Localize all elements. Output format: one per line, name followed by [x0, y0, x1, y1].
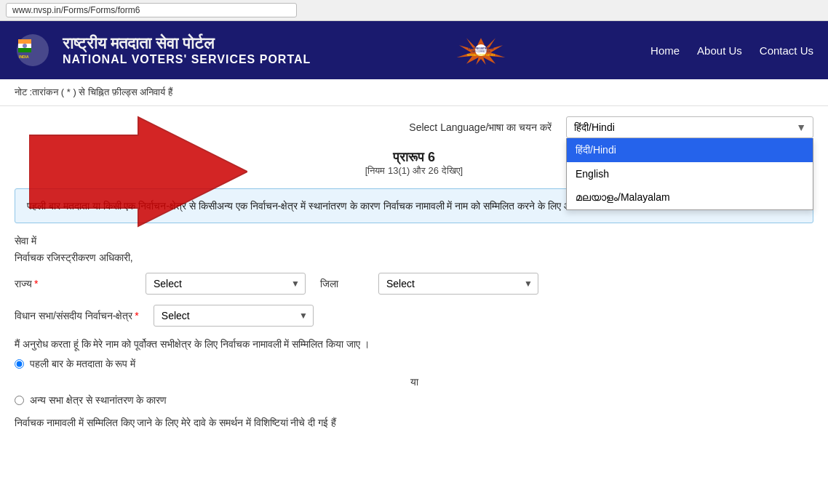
header: INDIA राष्ट्रीय मतदाता सेवा पोर्टल NATIO… [0, 21, 828, 79]
radio-option-firsttime[interactable]: पहली बार के मतदाता के रूप में [15, 358, 813, 370]
nvd-badge: EASY REGISTRATION EASY CORRECTION NATION… [452, 32, 510, 68]
nvd-graphic: EASY REGISTRATION EASY CORRECTION NATION… [452, 32, 510, 68]
request-text: मैं अनुरोध करता हूं कि मेरे नाम को पूर्व… [15, 337, 813, 352]
header-title-hindi: राष्ट्रीय मतदाता सेवा पोर्टल [63, 34, 311, 53]
district-select[interactable]: Select [378, 273, 538, 295]
language-row: Select Language/भाषा का चयन करें हिंदी/H… [15, 106, 813, 143]
note-text: नोट :तारांकन ( * ) से चिह्नित फ़ील्ड्स अ… [15, 87, 172, 97]
nirvachak-label: निर्वाचक रजिस्ट्रीकरण अधिकारी, [15, 252, 813, 264]
district-label: जिला [320, 278, 364, 290]
radio-section: मैं अनुरोध करता हूं कि मेरे नाम को पूर्व… [15, 337, 813, 407]
state-required-star: * [34, 278, 38, 289]
language-select-wrapper[interactable]: हिंदी/Hindi English മലയാളം/Malayalam ▼ ह… [566, 116, 813, 138]
state-label: राज्य* [15, 278, 131, 290]
svg-rect-1 [18, 39, 31, 44]
language-label: Select Language/भाषा का चयन करें [409, 121, 552, 134]
district-select-wrapper[interactable]: Select ▼ [378, 273, 538, 295]
constituency-row: विधान सभा/संसदीय निर्वाचन-क्षेत्र* Selec… [15, 305, 813, 327]
constituency-required-star: * [135, 310, 138, 321]
main-content: Select Language/भाषा का चयन करें हिंदी/H… [0, 106, 828, 444]
note-bar: नोट :तारांकन ( * ) से चिह्नित फ़ील्ड्स अ… [0, 79, 828, 106]
svg-point-4 [23, 44, 27, 48]
state-district-row: राज्य* Select ▼ जिला Select ▼ [15, 273, 813, 295]
lang-option-hindi[interactable]: हिंदी/Hindi [567, 138, 813, 162]
radio-transfer-label: अन्य सभा क्षेत्र से स्थानांतरण के कारण [30, 394, 167, 407]
header-nav: Home About Us Contact Us [650, 44, 813, 57]
svg-text:EASY CORRECTION: EASY CORRECTION [471, 50, 490, 53]
nav-home[interactable]: Home [650, 44, 680, 57]
state-select[interactable]: Select [146, 273, 306, 295]
language-dropdown-open: हिंदी/Hindi English മലയാളം/Malayalam [566, 138, 813, 210]
radio-firsttime-label: पहली बार के मतदाता के रूप में [30, 358, 135, 370]
lang-option-english[interactable]: English [567, 162, 813, 185]
svg-text:INDIA: INDIA [19, 55, 29, 59]
header-title: राष्ट्रीय मतदाता सेवा पोर्टल NATIONAL VO… [63, 34, 311, 66]
constituency-select[interactable]: Select [154, 305, 314, 327]
ya-text: या [15, 376, 813, 388]
state-select-wrapper[interactable]: Select ▼ [146, 273, 306, 295]
radio-option-transfer[interactable]: अन्य सभा क्षेत्र से स्थानांतरण के कारण [15, 394, 813, 407]
header-title-english: NATIONAL VOTERS' SERVICES PORTAL [63, 53, 311, 66]
footer-note: निर्वाचक नामावली में सम्मिलित किए जाने क… [15, 417, 813, 429]
browser-bar: www.nvsp.in/Forms/Forms/form6 [0, 0, 828, 21]
seva-mein: सेवा में [15, 235, 813, 247]
lang-option-malayalam[interactable]: മലയാളം/Malayalam [567, 185, 813, 209]
constituency-label: विधान सभा/संसदीय निर्वाचन-क्षेत्र* [15, 310, 139, 322]
radio-firsttime-input[interactable] [15, 359, 24, 369]
constituency-select-wrapper[interactable]: Select ▼ [154, 305, 314, 327]
svg-rect-3 [18, 48, 31, 52]
svg-text:NATIONAL VOTERS' DAY 2015: NATIONAL VOTERS' DAY 2015 [466, 54, 495, 57]
nav-contact[interactable]: Contact Us [760, 44, 813, 57]
url-bar[interactable]: www.nvsp.in/Forms/Forms/form6 [6, 3, 297, 17]
svg-text:EASY REGISTRATION: EASY REGISTRATION [468, 47, 493, 50]
header-left: INDIA राष्ट्रीय मतदाता सेवा पोर्टल NATIO… [15, 32, 311, 68]
logo-icon: INDIA [15, 32, 51, 68]
radio-transfer-input[interactable] [15, 396, 24, 405]
nav-about[interactable]: About Us [697, 44, 742, 57]
language-select[interactable]: हिंदी/Hindi English മലയാളം/Malayalam [566, 116, 813, 138]
